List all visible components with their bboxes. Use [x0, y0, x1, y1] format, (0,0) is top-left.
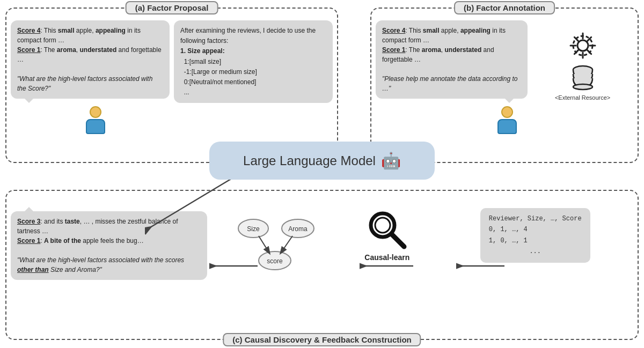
svg-text:Aroma: Aroma [288, 225, 308, 233]
section-b-label: (b) Factor Annotation [454, 1, 555, 14]
table-row-2: 1, 0, …, 1 [489, 235, 582, 246]
svg-point-11 [573, 84, 592, 90]
main-container: (a) Factor Proposal Score 4: This small … [5, 8, 639, 340]
causal-learn-label: Causal-learn [364, 253, 409, 262]
section-b-bubble: Score 4: This small apple, appealing in … [376, 20, 528, 99]
ext-resource-label: <External Resource> [555, 94, 610, 101]
section-b-request: "Please help me annotate the data accord… [382, 75, 517, 92]
section-a-question: "What are the high-level factors associa… [17, 75, 152, 92]
database-icon [569, 63, 597, 91]
section-c-content: Score 3: and its taste, … , misses the z… [11, 195, 633, 335]
section-c-bubble: Score 3: and its taste, … , misses the z… [11, 211, 207, 280]
section-c-question: "What are the high-level factors associa… [17, 256, 184, 273]
gear-icon [568, 31, 597, 60]
svg-point-21 [375, 218, 390, 233]
score1-label: Score 1 [17, 46, 40, 54]
person-avatar-a [21, 106, 170, 134]
section-a-bubble2: After examining the reviews, I decide to… [174, 20, 333, 103]
section-c: (c) Causal Discovery & Feedback Construc… [5, 190, 639, 340]
causal-graph: Size Aroma score [229, 213, 320, 272]
avatar-body [86, 119, 105, 134]
llm-box: Large Language Model 🤖 [209, 142, 435, 180]
table-row-1: 0, 1, …, 4 [489, 224, 582, 235]
robot-emoji: 🤖 [381, 151, 401, 170]
score4-label: Score 4 [17, 27, 40, 34]
svg-point-0 [577, 40, 588, 51]
avatar-body-b [497, 119, 517, 134]
svg-line-18 [259, 236, 269, 253]
llm-text: Large Language Model [243, 153, 376, 168]
data-table: Reviewer, Size, …, Score 0, 1, …, 4 1, 0… [480, 208, 590, 263]
llm-box-inner: Large Language Model 🤖 [225, 151, 419, 170]
section-b: (b) Factor Annotation Score 4: This smal… [370, 8, 639, 163]
svg-line-22 [392, 234, 404, 247]
svg-text:Size: Size [247, 225, 260, 233]
section-a: (a) Factor Proposal Score 4: This small … [5, 8, 338, 163]
table-ellipsis: ... [489, 246, 582, 257]
magnify-icon [365, 208, 408, 251]
avatar-head [90, 106, 101, 118]
section-a-bubble1: Score 4: This small apple, appealing in … [11, 20, 170, 99]
section-c-label: (c) Causal Discovery & Feedback Construc… [223, 333, 421, 346]
section-b-content: Score 4: This small apple, appealing in … [376, 13, 633, 158]
svg-text:score: score [267, 257, 283, 265]
table-header: Reviewer, Size, …, Score [489, 213, 582, 224]
section-a-content: Score 4: This small apple, appealing in … [11, 13, 333, 158]
person-avatar-b [497, 106, 517, 134]
svg-line-19 [281, 236, 292, 253]
section-a-label: (a) Factor Proposal [126, 1, 218, 14]
